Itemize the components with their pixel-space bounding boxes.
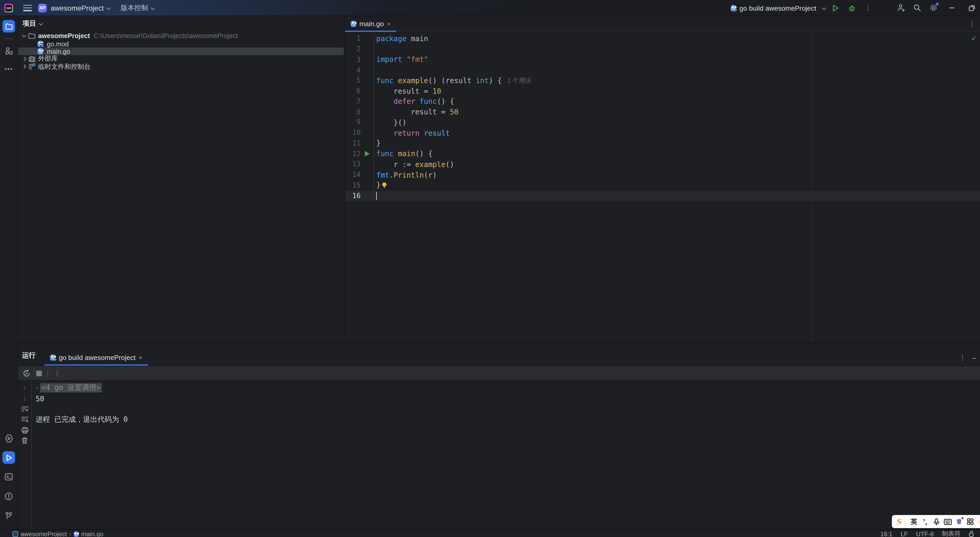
indent-widget[interactable]: 制表符 <box>942 529 961 537</box>
run-tab[interactable]: go build awesomeProject × <box>44 349 148 365</box>
code-line-9[interactable]: 9 }() <box>345 117 980 128</box>
code-line-8[interactable]: 8 result = 50 <box>345 106 980 117</box>
gutter-marker <box>361 96 374 106</box>
editor-body[interactable]: ✓ 1package main23import "fmt"45func exam… <box>345 32 980 342</box>
run-panel-options-button[interactable]: ⋮ <box>959 354 966 362</box>
console-line-1[interactable]: ›<4 go 设置调用> <box>36 383 980 393</box>
services-tool-button[interactable] <box>3 432 15 444</box>
external-libraries-icon <box>27 55 35 63</box>
ime-punctuation-icon[interactable]: ’, <box>920 516 930 527</box>
project-icon <box>13 531 18 537</box>
git-tool-button[interactable] <box>3 509 15 522</box>
close-tab-icon[interactable]: × <box>387 20 391 27</box>
gomod-file-icon <box>36 40 44 47</box>
line-ending-widget[interactable]: LF <box>900 530 908 537</box>
scroll-to-end-button[interactable] <box>21 416 29 423</box>
problems-tool-button[interactable] <box>3 490 15 502</box>
code-line-10[interactable]: 10 return result <box>345 128 980 138</box>
folded-command-text[interactable]: <4 go 设置调用> <box>40 383 102 393</box>
ime-mascot-icon[interactable] <box>978 516 980 527</box>
code-line-16[interactable]: 16 <box>345 191 980 201</box>
code-line-2[interactable]: 2 <box>345 44 980 54</box>
chevron-down-icon[interactable] <box>39 21 43 25</box>
caret-position-widget[interactable]: 16:1 <box>880 530 892 537</box>
more-actions-button[interactable]: ⋮ <box>861 2 875 14</box>
rerun-button[interactable] <box>22 369 30 377</box>
vcs-widget[interactable]: 版本控制 <box>121 3 148 13</box>
tree-item-go.mod[interactable]: go.mod <box>18 40 344 48</box>
next-occurrence-button[interactable]: ↓ <box>21 394 29 402</box>
code-line-3[interactable]: 3import "fmt" <box>345 54 980 65</box>
settings-button[interactable] <box>926 2 940 14</box>
code-line-1[interactable]: 1package main <box>345 33 980 44</box>
tree-item-label: 临时文件和控制台 <box>38 62 91 71</box>
console-output[interactable]: ›<4 go 设置调用>50 进程 已完成，退出代码为 0 <box>32 381 980 529</box>
run-gutter-icon[interactable] <box>361 149 374 159</box>
window-minimize-button[interactable]: − <box>944 2 960 14</box>
titlebar: GO AP awesomeProject 版本控制 go build aweso… <box>0 0 980 16</box>
breadcrumb-file[interactable]: main.go <box>81 530 103 537</box>
code-line-4[interactable]: 4 <box>345 65 980 75</box>
line-number: 13 <box>345 160 360 168</box>
unlocked-icon[interactable] <box>969 531 975 537</box>
soft-wrap-button[interactable] <box>21 405 29 413</box>
ime-toolbox-icon[interactable] <box>965 516 975 527</box>
microphone-icon[interactable] <box>931 516 942 527</box>
print-button[interactable] <box>21 426 29 434</box>
ime-language-mode[interactable]: 英 <box>909 516 919 527</box>
code-line-14[interactable]: 14fmt.Println(r) <box>345 170 980 180</box>
stop-button[interactable] <box>36 370 42 376</box>
code-line-12[interactable]: 12func main() { <box>345 149 980 159</box>
chevron-right-icon[interactable] <box>21 64 27 70</box>
project-tool-button[interactable] <box>3 20 15 32</box>
console-text <box>36 405 40 413</box>
gutter-marker <box>361 86 374 96</box>
fold-chevron-icon[interactable]: › <box>36 385 39 391</box>
run-toolbar-more-button[interactable]: ⋮ <box>54 369 61 377</box>
status-breadcrumb[interactable]: awesomeProject › main.go <box>13 530 103 537</box>
ime-skin-icon[interactable] <box>954 516 964 527</box>
main-menu-button[interactable] <box>23 5 32 11</box>
tree-item-临时文件和控制台[interactable]: 临时文件和控制台 <box>18 63 344 71</box>
search-everywhere-button[interactable] <box>910 2 924 14</box>
structure-tool-button[interactable] <box>3 44 15 57</box>
terminal-tool-button[interactable] <box>3 471 15 483</box>
tree-item-外部库[interactable]: 外部库 <box>18 55 344 63</box>
gutter-marker <box>361 75 374 86</box>
debug-button[interactable] <box>845 2 859 14</box>
breadcrumb-project[interactable]: awesomeProject <box>21 530 67 537</box>
sogou-logo-icon[interactable]: S <box>896 516 902 527</box>
project-avatar[interactable]: AP <box>38 3 47 12</box>
run-button[interactable] <box>829 2 843 14</box>
close-run-tab-icon[interactable]: × <box>139 354 142 361</box>
chevron-down-icon[interactable] <box>151 6 155 10</box>
code-line-13[interactable]: 13 r := example() <box>345 159 980 169</box>
more-tool-windows-button[interactable]: ••• <box>3 62 15 75</box>
code-lines: 1package main23import "fmt"45func exampl… <box>345 32 980 201</box>
run-tool-button[interactable] <box>3 451 15 464</box>
code-line-6[interactable]: 6 result = 10 <box>345 86 980 96</box>
code-line-15[interactable]: 15} <box>345 180 980 190</box>
clear-console-button[interactable] <box>21 437 29 444</box>
encoding-widget[interactable]: UTF-8 <box>916 530 934 537</box>
line-number: 8 <box>345 108 360 116</box>
prev-occurrence-button[interactable]: ↑ <box>21 384 29 391</box>
tree-item-awesomeProject[interactable]: awesomeProjectC:\Users\meowr\GolandProje… <box>18 32 344 40</box>
intention-bulb-icon[interactable] <box>381 182 387 189</box>
window-restore-button[interactable] <box>964 2 980 14</box>
project-panel-header[interactable]: 项目 <box>18 16 344 30</box>
editor-tab-main-go[interactable]: main.go × <box>345 16 396 31</box>
run-configuration-selector[interactable]: go build awesomeProject <box>731 4 826 12</box>
keyboard-icon[interactable] <box>943 516 953 527</box>
chevron-down-icon[interactable] <box>21 33 27 39</box>
code-line-7[interactable]: 7 defer func() { <box>345 96 980 106</box>
code-line-11[interactable]: 11} <box>345 138 980 148</box>
tree-item-main.go[interactable]: main.go <box>18 48 344 55</box>
chevron-down-icon[interactable] <box>106 6 111 10</box>
hide-run-panel-button[interactable]: − <box>972 354 976 361</box>
project-widget[interactable]: awesomeProject <box>51 4 104 12</box>
chevron-right-icon[interactable] <box>21 56 27 62</box>
code-line-5[interactable]: 5func example() (result int) {1 个用法 <box>345 75 980 86</box>
code-with-me-button[interactable] <box>894 2 907 14</box>
editor-tab-options-button[interactable]: ⋮ <box>969 20 976 28</box>
